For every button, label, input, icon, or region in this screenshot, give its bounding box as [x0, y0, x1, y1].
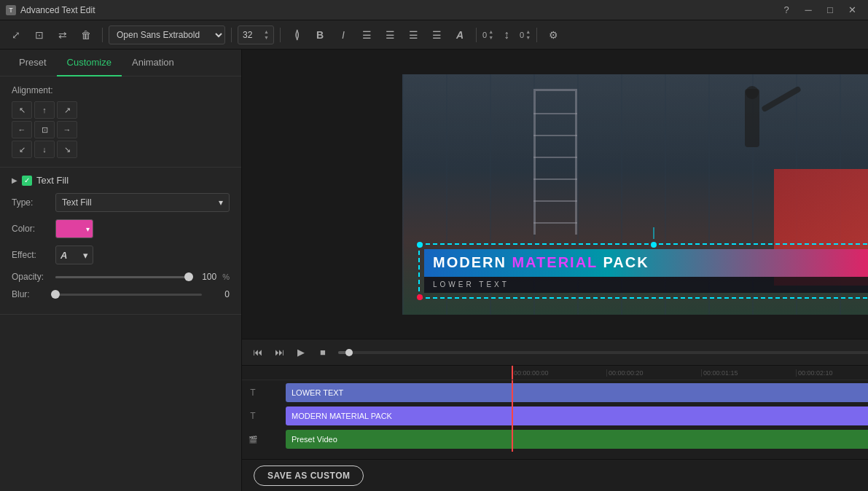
align-bottom-left-button[interactable]: ↙	[12, 141, 32, 158]
align-middle-center-button[interactable]: ⊡	[34, 121, 55, 138]
track-clip-main[interactable]: MODERN MATERIAL PACK	[286, 406, 868, 425]
rotate-up-button[interactable]: ▲	[488, 29, 493, 34]
align-bottom-right-button[interactable]: ↘	[57, 141, 77, 158]
color-dropdown-arrow: ▾	[86, 225, 90, 233]
color-swatch[interactable]: ▾	[55, 219, 93, 238]
bold-button[interactable]: B	[310, 25, 330, 45]
type-value: Text Fill	[62, 197, 92, 208]
handle-tl	[417, 242, 423, 248]
blur-value: 0	[208, 289, 230, 299]
text-fill-checkbox[interactable]: ✓	[22, 176, 32, 186]
right-area: MODERN MATERIAL PACK LOWER TEXT ⏮ ⏭ ▶	[242, 50, 868, 491]
effect-dropdown-arrow: ▾	[83, 250, 88, 261]
text-style-button[interactable]: A	[450, 25, 470, 45]
playhead-ruler-line	[512, 366, 513, 380]
type-dropdown-arrow: ▾	[219, 197, 223, 208]
font-size-control: 32 ▲ ▼	[238, 25, 274, 44]
main-text-pack: PACK	[598, 254, 649, 270]
text-fill-section: ▶ ✓ Text Fill Type: Text Fill ▾ Color: ▾	[0, 168, 241, 315]
main-text: MODERN MATERIAL PACK	[433, 254, 649, 271]
close-button[interactable]: ✕	[842, 2, 862, 18]
clip-lower-text-label: LOWER TEXT	[292, 388, 343, 397]
tab-preset[interactable]: Preset	[9, 50, 57, 76]
timeline-playhead	[512, 380, 513, 452]
gym-background: MODERN MATERIAL PACK LOWER TEXT	[402, 74, 868, 315]
font-size-down-button[interactable]: ▼	[264, 35, 269, 40]
align-top-right-button[interactable]: ↗	[57, 101, 77, 119]
blur-row: Blur: 0	[12, 289, 230, 299]
align-left-button[interactable]: ☰	[356, 25, 377, 45]
text-fill-collapse-arrow[interactable]: ▶	[12, 176, 17, 184]
video-preview: MODERN MATERIAL PACK LOWER TEXT	[242, 50, 868, 339]
main-text-bar: MODERN MATERIAL PACK	[424, 249, 868, 277]
blur-label: Blur:	[12, 289, 55, 299]
font-size-up-button[interactable]: ▲	[264, 29, 269, 34]
align-top-left-button[interactable]: ↖	[12, 101, 32, 119]
opacity-slider[interactable]	[55, 276, 189, 278]
track-row-video: 🎬 Preset Video	[242, 428, 868, 450]
scale-icon-button[interactable]: ↕	[496, 25, 517, 45]
stop-button[interactable]: ■	[313, 343, 332, 362]
align-bottom-center-button[interactable]: ↓	[34, 141, 55, 158]
opacity-unit: %	[222, 272, 230, 281]
track-icon-t1: T	[242, 388, 264, 398]
transform-tool-button[interactable]: ⤢	[6, 25, 26, 45]
italic-button[interactable]: I	[333, 25, 353, 45]
toolbar-divider-2	[231, 28, 232, 42]
transport-bar: ⏮ ⏭ ▶ ■ 00:00:00:000/00:00:05:00 − +	[242, 339, 868, 366]
tab-customize[interactable]: Customize	[57, 50, 122, 76]
sub-text-bar: LOWER TEXT	[424, 277, 868, 293]
align-middle-left-button[interactable]: ←	[12, 121, 32, 138]
flip-tool-button[interactable]: ⇄	[52, 25, 73, 45]
step-back-button[interactable]: ⏭	[270, 343, 289, 362]
video-canvas: MODERN MATERIAL PACK LOWER TEXT	[402, 74, 868, 315]
alignment-label: Alignment:	[12, 85, 230, 95]
handle-tm	[651, 242, 657, 248]
track-clip-lower[interactable]: LOWER TEXT	[286, 383, 868, 402]
crop-tool-button[interactable]: ⊡	[29, 25, 50, 45]
ruler-marks-container: 00:00:00:00 00:00:00:20 00:00:01:15 00:0…	[512, 369, 868, 377]
align-middle-right-button[interactable]: →	[57, 121, 77, 138]
track-icon-video: 🎬	[242, 436, 264, 444]
playback-progress[interactable]	[338, 351, 868, 354]
help-button[interactable]: ?	[776, 2, 797, 18]
effect-value: A	[60, 250, 67, 261]
color-label: Color:	[12, 224, 55, 234]
scale-down-button[interactable]: ▼	[525, 35, 531, 40]
type-dropdown[interactable]: Text Fill ▾	[55, 193, 230, 212]
ruler-mark-2: 00:00:01:15	[701, 369, 796, 377]
align-center-button[interactable]: ☰	[380, 25, 400, 45]
athlete-figure	[745, 89, 759, 99]
left-panel: Preset Customize Animation Alignment: ↖ …	[0, 50, 242, 491]
ruler-mark-3: 00:00:02:10	[796, 369, 868, 377]
align-top-center-button[interactable]: ↑	[34, 101, 55, 119]
track-row-lower-text: T LOWER TEXT	[242, 382, 868, 404]
tab-bar: Preset Customize Animation	[0, 50, 241, 76]
align-right-button[interactable]: ☰	[403, 25, 423, 45]
opacity-label: Opacity:	[12, 272, 55, 282]
save-as-custom-button[interactable]: SAVE AS CUSTOM	[254, 466, 364, 486]
clip-lower-text[interactable]: LOWER TEXT	[286, 383, 868, 402]
font-family-select[interactable]: Open Sans Extrabold	[109, 25, 225, 44]
blur-slider[interactable]	[55, 294, 202, 296]
alignment-section: Alignment: ↖ ↑ ↗ ← ⊡ → ↙ ↓ ↘	[0, 76, 241, 168]
clip-main-text[interactable]: MODERN MATERIAL PACK	[286, 406, 868, 425]
track-clip-video[interactable]: Preset Video	[286, 430, 868, 449]
skip-back-button[interactable]: ⏮	[248, 343, 267, 362]
toolbar: ⤢ ⊡ ⇄ 🗑 Open Sans Extrabold 32 ▲ ▼ ≬ B I…	[0, 20, 868, 50]
clip-video-label[interactable]: Preset Video	[286, 430, 868, 449]
settings-button[interactable]: ⚙	[543, 25, 563, 45]
text-spacing-button[interactable]: ≬	[286, 25, 307, 45]
tab-animation[interactable]: Animation	[122, 50, 184, 76]
align-justify-button[interactable]: ☰	[426, 25, 447, 45]
title-bar: T Advanced Text Edit ? ─ □ ✕	[0, 0, 868, 20]
toolbar-divider-5	[536, 28, 537, 42]
play-button[interactable]: ▶	[292, 343, 310, 362]
maximize-button[interactable]: □	[820, 2, 840, 18]
effect-dropdown[interactable]: A ▾	[55, 246, 93, 264]
delete-tool-button[interactable]: 🗑	[76, 25, 96, 45]
toolbar-divider-1	[102, 28, 103, 42]
minimize-button[interactable]: ─	[798, 2, 818, 18]
rotate-down-button[interactable]: ▼	[488, 35, 493, 40]
scale-up-button[interactable]: ▲	[525, 29, 531, 34]
